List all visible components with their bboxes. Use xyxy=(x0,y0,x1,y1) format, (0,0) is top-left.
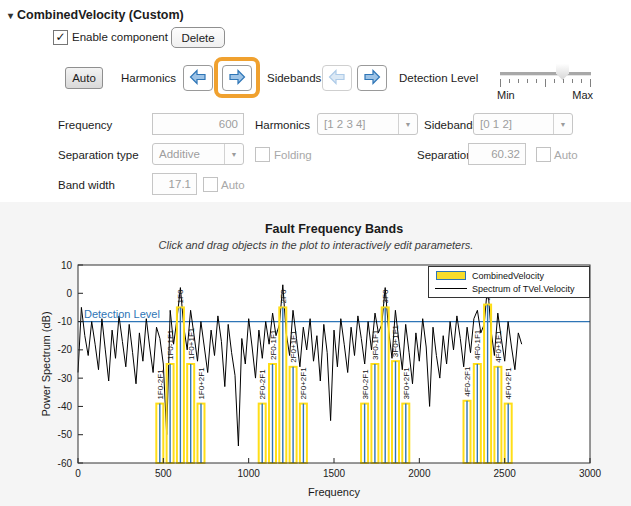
frequency-label: Frequency xyxy=(58,119,112,131)
arrow-right-icon xyxy=(363,69,381,87)
separation-label: Separation xyxy=(417,149,473,161)
y-tick-label: -10 xyxy=(58,316,73,327)
plot-legend: CombinedVelocity Spectrum of TVel.Veloci… xyxy=(428,266,590,298)
band-width-label: Band width xyxy=(58,179,115,191)
y-tick-label: 10 xyxy=(61,260,73,271)
folding-label: Folding xyxy=(274,149,312,161)
x-tick-label: 1500 xyxy=(323,468,346,479)
detection-level-slider-thumb[interactable] xyxy=(556,64,569,80)
x-tick-label: 2500 xyxy=(494,468,517,479)
plot-subtitle: Click and drag objects in the plot to in… xyxy=(36,239,596,251)
band-label: 2F0-2F1 xyxy=(258,369,267,400)
arrow-left-icon xyxy=(189,69,207,87)
arrow-right-icon xyxy=(228,69,246,87)
frequency-input: 600 xyxy=(152,113,244,135)
band-label: 3F0+2F1 xyxy=(402,367,411,400)
chevron-down-icon: ▼ xyxy=(224,144,243,164)
band-label: 1F0+1F1 xyxy=(187,327,196,360)
collapse-icon[interactable]: ▾ xyxy=(8,10,13,21)
band-label: 4F0+1F1 xyxy=(494,330,503,363)
y-tick-label: -30 xyxy=(58,373,73,384)
delete-button[interactable]: Delete xyxy=(171,27,225,48)
band-label: 4F0-1F1 xyxy=(473,329,482,360)
band-label: 1F0-2F1 xyxy=(156,369,165,400)
line-swatch-icon xyxy=(435,288,467,289)
separation-input: 60.32 xyxy=(468,143,526,165)
y-tick-label: -20 xyxy=(58,344,73,355)
folding-checkbox xyxy=(255,147,270,162)
detection-level-label: Detection Level xyxy=(399,72,478,84)
band-label: 1F0-1F1 xyxy=(166,329,175,360)
separation-auto-checkbox xyxy=(536,147,551,162)
sidebands-label: Sidebands xyxy=(424,119,478,131)
slider-min-label: Min xyxy=(497,89,515,101)
harmonics-label: Harmonics xyxy=(255,119,310,131)
chevron-down-icon: ▼ xyxy=(398,114,417,134)
x-axis-label: Frequency xyxy=(78,486,590,498)
legend-item-bands: CombinedVelocity xyxy=(429,269,589,282)
auto-button[interactable]: Auto xyxy=(65,67,103,89)
x-tick-label: 500 xyxy=(155,468,172,479)
combined-velocity-panel: ▾CombinedVelocity (Custom) ✓ Enable comp… xyxy=(0,0,631,506)
sidebands-dropdown: [0 1 2] ▼ xyxy=(473,113,573,135)
separation-type-label: Separation type xyxy=(58,149,139,161)
x-tick-label: 1000 xyxy=(238,468,261,479)
y-tick-label: -50 xyxy=(58,429,73,440)
band-label: 1F0 xyxy=(176,289,185,303)
band-label: 2F0 xyxy=(279,289,288,303)
plot-title: Fault Frequency Bands xyxy=(78,222,590,236)
sidebands-stepper-label: Sidebands xyxy=(267,72,321,84)
harmonics-stepper-label: Harmonics xyxy=(121,72,176,84)
band-label: 2F0+2F1 xyxy=(299,367,308,400)
sidebands-increase-button[interactable] xyxy=(357,65,387,91)
x-tick-label: 3000 xyxy=(579,468,602,479)
y-tick-label: 0 xyxy=(66,288,72,299)
band-label: 2F0+1F1 xyxy=(289,330,298,363)
legend-item-spectrum: Spectrum of TVel.Velocity xyxy=(429,282,589,295)
slider-max-label: Max xyxy=(560,89,593,101)
chevron-down-icon: ▼ xyxy=(553,114,572,134)
x-tick-label: 2000 xyxy=(408,468,431,479)
band-swatch-icon xyxy=(436,271,466,280)
separation-auto-label: Auto xyxy=(554,149,578,161)
band-label: 3F0-2F1 xyxy=(361,369,370,400)
band-label: 4F0-2F1 xyxy=(463,366,472,397)
band-width-auto-checkbox xyxy=(203,177,218,192)
band-label: 4F0+2F1 xyxy=(504,367,513,400)
detection-level-slider-track[interactable] xyxy=(500,72,591,76)
sidebands-decrease-button xyxy=(322,65,352,91)
band-width-auto-label: Auto xyxy=(221,179,245,191)
harmonics-decrease-button[interactable] xyxy=(183,65,213,91)
x-tick-label: 0 xyxy=(75,468,81,479)
enable-component-checkbox[interactable]: ✓ xyxy=(53,30,68,45)
y-axis-label: Power Spectrum (dB) xyxy=(40,311,52,416)
band-label: 3F0-1F1 xyxy=(371,329,380,360)
plot-figure: 1F0-2F11F0-1F11F01F0+1F11F0+2F12F0-2F12F… xyxy=(0,202,631,506)
band-label: 1F0+2F1 xyxy=(197,367,206,400)
arrow-left-disabled-icon xyxy=(328,69,346,87)
y-tick-label: -40 xyxy=(58,401,73,412)
harmonics-dropdown: [1 2 3 4] ▼ xyxy=(317,113,418,135)
harmonics-increase-button[interactable] xyxy=(222,65,252,91)
enable-component-label: Enable component xyxy=(72,31,168,43)
panel-header[interactable]: ▾CombinedVelocity (Custom) xyxy=(8,8,184,22)
separation-type-dropdown: Additive ▼ xyxy=(152,143,244,165)
band-width-input: 17.1 xyxy=(152,173,197,195)
band-label: 2F0-1F1 xyxy=(269,329,278,360)
panel-title: CombinedVelocity (Custom) xyxy=(17,8,184,22)
band-label: 3F0+1F1 xyxy=(391,324,400,357)
y-tick-label: -60 xyxy=(58,458,73,469)
slider-ticks xyxy=(500,79,591,89)
band-label: 3F0 xyxy=(381,289,390,303)
detection-level-annotation[interactable]: Detection Level xyxy=(84,308,160,320)
